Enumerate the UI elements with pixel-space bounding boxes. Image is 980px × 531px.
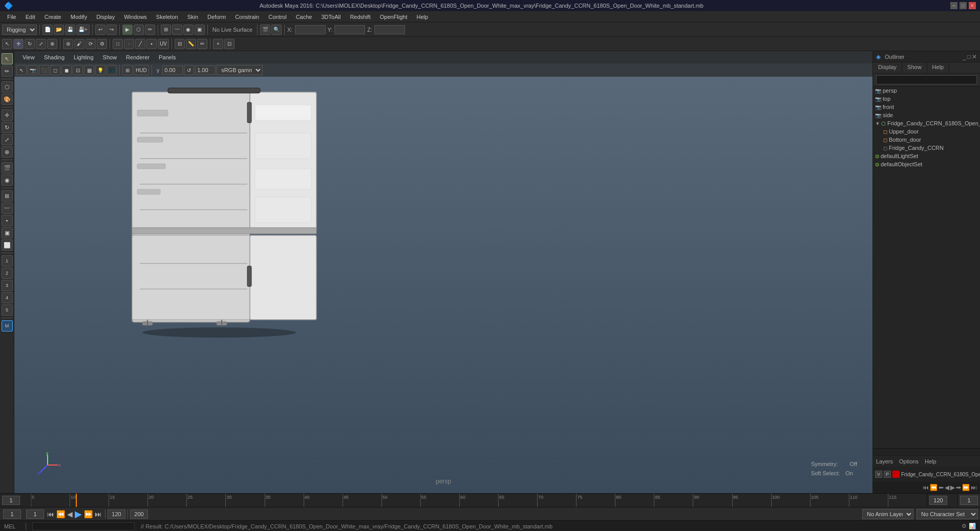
- pb-step-fwd-btn[interactable]: ⏩: [83, 510, 94, 518]
- snap-surface-btn[interactable]: ▣: [195, 25, 205, 35]
- view-snap-btn[interactable]: ⬜: [2, 239, 13, 251]
- tree-item-bottom-door[interactable]: ◻ Bottom_door: [873, 136, 980, 144]
- num-2-btn[interactable]: 2: [2, 268, 13, 279]
- outliner-scrollbar[interactable]: [873, 448, 980, 455]
- face-mode-btn[interactable]: ▪: [146, 39, 157, 49]
- vp-light-btn[interactable]: 💡: [95, 65, 105, 75]
- surf-snap-btn[interactable]: ▣: [2, 227, 13, 238]
- outliner-tab-help[interactable]: Help: [927, 62, 950, 73]
- rotate-left-btn[interactable]: ↻: [2, 122, 13, 133]
- pb-play-back-btn[interactable]: ◀: [945, 484, 949, 491]
- menu-cache[interactable]: Cache: [292, 13, 316, 21]
- layout-btn[interactable]: ⊡: [224, 39, 235, 49]
- paint-select-btn[interactable]: ✏: [2, 65, 13, 77]
- viewport[interactable]: View Shading Lighting Show Renderer Pane…: [14, 51, 872, 493]
- range-end-input[interactable]: [108, 510, 125, 519]
- universal-manip-btn[interactable]: ⊕: [47, 39, 57, 49]
- tree-item-persp[interactable]: 📷 persp: [873, 86, 980, 95]
- redirect-btn[interactable]: ⟳: [86, 39, 96, 49]
- outliner-maximize-btn[interactable]: □: [967, 53, 971, 60]
- pb-step-back-btn[interactable]: ⏪: [55, 510, 66, 518]
- redo-btn[interactable]: ↪: [106, 25, 117, 35]
- pb-back-btn[interactable]: ⬅: [939, 484, 944, 491]
- snap-grid-btn[interactable]: ⊞: [161, 25, 171, 35]
- menu-redshift[interactable]: Redshift: [346, 13, 374, 21]
- render-btn[interactable]: 🎬: [260, 25, 270, 35]
- menu-openflight[interactable]: OpenFlight: [376, 13, 412, 21]
- num-1-btn[interactable]: 1: [2, 255, 13, 267]
- vert-mode-btn[interactable]: ·: [124, 39, 134, 49]
- new-scene-btn[interactable]: 📄: [42, 25, 53, 35]
- menu-edit[interactable]: Edit: [22, 13, 39, 21]
- select-left-btn[interactable]: ↖: [2, 53, 13, 64]
- vp-grid-btn[interactable]: ⊞: [122, 65, 133, 75]
- show-manip-btn[interactable]: ⚙: [97, 39, 107, 49]
- select-tool-btn[interactable]: ↖: [2, 39, 12, 49]
- undo-btn[interactable]: ↩: [95, 25, 105, 35]
- num-3-btn[interactable]: 3: [2, 280, 13, 291]
- vp-wire-btn[interactable]: ⊡: [73, 65, 83, 75]
- viewport-menu-renderer[interactable]: Renderer: [122, 53, 154, 61]
- mel-input[interactable]: [32, 522, 135, 530]
- viewport-menu-shading[interactable]: Shading: [40, 53, 69, 61]
- y-input[interactable]: [334, 25, 365, 34]
- menu-constrain[interactable]: Constrain: [231, 13, 263, 21]
- viewport-menu-show[interactable]: Show: [99, 53, 121, 61]
- layer-v-btn[interactable]: V: [875, 471, 882, 478]
- gamma-input[interactable]: [162, 65, 183, 75]
- frame-current-input2[interactable]: [26, 510, 44, 519]
- crv-snap-btn[interactable]: 〰: [2, 203, 13, 214]
- vp-select-btn[interactable]: ↖: [16, 65, 27, 75]
- range-start-input[interactable]: [3, 510, 21, 519]
- pb-next-btn[interactable]: ⏩: [962, 484, 970, 491]
- menu-display[interactable]: Display: [92, 13, 119, 21]
- scale-input[interactable]: [195, 65, 216, 75]
- tree-item-front[interactable]: 📷 front: [873, 103, 980, 111]
- measure-btn[interactable]: 📏: [186, 39, 196, 49]
- char-set-select[interactable]: No Character Set: [917, 509, 978, 519]
- pb-prev-btn[interactable]: ⏪: [930, 484, 938, 491]
- ipr-btn[interactable]: 🔍: [271, 25, 282, 35]
- vp-shadow-btn[interactable]: 🌑: [106, 65, 117, 75]
- menu-control[interactable]: Control: [264, 13, 290, 21]
- num-4-btn[interactable]: 4: [2, 292, 13, 303]
- vp-hud-btn[interactable]: HUD: [134, 65, 149, 75]
- mode-select[interactable]: Rigging: [2, 25, 37, 35]
- render-left-btn[interactable]: 🎬: [2, 162, 13, 173]
- pb-play-fwd-btn[interactable]: ▶: [950, 484, 955, 491]
- vp-textured-btn[interactable]: ▦: [84, 65, 94, 75]
- minimize-button[interactable]: ─: [950, 2, 957, 9]
- menu-create[interactable]: Create: [40, 13, 66, 21]
- edge-mode-btn[interactable]: ╱: [135, 39, 145, 49]
- univ-left-btn[interactable]: ⊕: [2, 146, 13, 158]
- tree-item-top[interactable]: 📷 top: [873, 95, 980, 103]
- vp-poly-btn[interactable]: ◻: [50, 65, 60, 75]
- options-tab[interactable]: Options: [899, 458, 919, 464]
- plus-btn[interactable]: +: [213, 39, 223, 49]
- layer-p-btn[interactable]: P: [884, 471, 891, 478]
- num-5-btn[interactable]: 5: [2, 304, 13, 316]
- tree-item-default-light-set[interactable]: ⊙ defaultLightSet: [873, 152, 980, 160]
- menu-skin[interactable]: Skin: [183, 13, 202, 21]
- vp-camera-btn[interactable]: 📷: [28, 65, 38, 75]
- snap-curve-btn[interactable]: 〰: [172, 25, 182, 35]
- timeline-ruler[interactable]: 5101520253035404550556065707580859095100…: [31, 494, 927, 507]
- current-frame-input[interactable]: [960, 496, 978, 505]
- range-end-input2[interactable]: [130, 510, 148, 519]
- pb-go-end-btn[interactable]: ⏭: [94, 510, 103, 518]
- anim-layer-select[interactable]: No Anim Layer: [862, 509, 913, 519]
- maximize-button[interactable]: □: [960, 2, 967, 9]
- soft-mod-btn[interactable]: ⊛: [63, 39, 73, 49]
- snap-point-btn[interactable]: ◉: [183, 25, 194, 35]
- gamma-reset-btn[interactable]: ↺: [184, 65, 194, 75]
- pb-go-start-btn[interactable]: ⏮: [46, 510, 55, 518]
- grid-left-btn[interactable]: ⊞: [2, 190, 13, 202]
- lasso-left-btn[interactable]: ⬡: [2, 81, 13, 93]
- save-inc-btn[interactable]: 💾+: [76, 25, 90, 35]
- tree-item-fridge-mesh[interactable]: ◻ Fridge_Candy_CCRN: [873, 144, 980, 152]
- paint-btn[interactable]: ✏: [145, 25, 155, 35]
- paint-ops-btn[interactable]: 🎨: [2, 94, 13, 105]
- pb-end-btn[interactable]: ⏭: [971, 484, 977, 491]
- save-btn[interactable]: 💾: [65, 25, 75, 35]
- menu-3dtoall[interactable]: 3DToAll: [317, 13, 345, 21]
